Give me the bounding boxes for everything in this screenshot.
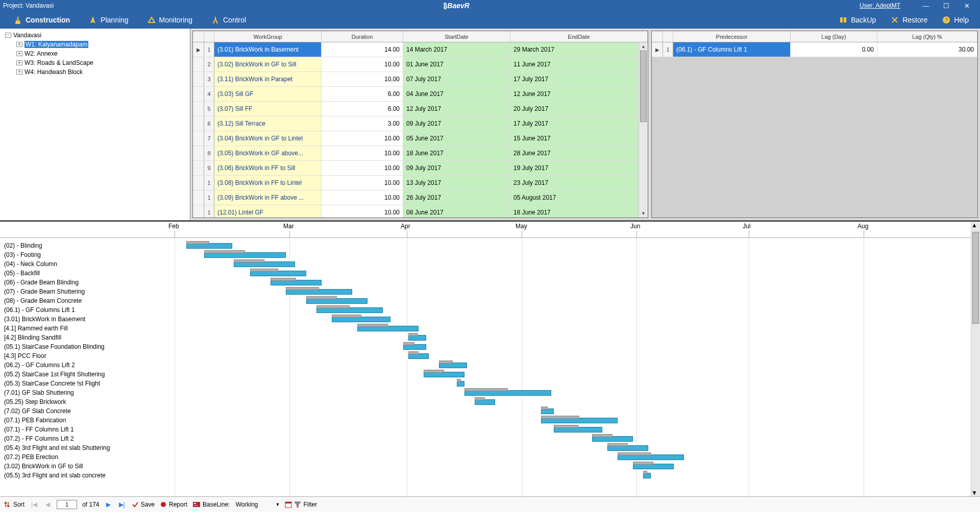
gantt-row[interactable]: (07.2) PEB Erection <box>0 453 971 463</box>
table-row[interactable]: 8(3.05) BrickWork in GF above...10.0018 … <box>193 146 648 161</box>
gantt-bar[interactable] <box>554 427 602 433</box>
report-button[interactable]: Report <box>160 501 187 508</box>
gantt-row[interactable]: [4.2] Blinding Sandfill <box>0 334 971 343</box>
sort-button[interactable]: Sort <box>4 501 24 508</box>
cell-enddate[interactable]: 05 August 2017 <box>510 190 639 205</box>
cell-workgroup[interactable]: (3.05) BrickWork in GF above... <box>214 146 322 160</box>
gantt-bar[interactable] <box>643 473 651 478</box>
scroll-up-icon[interactable]: ▲ <box>639 42 648 51</box>
gantt-bar[interactable] <box>408 353 429 359</box>
cell-workgroup[interactable]: (3.03) Sill GF <box>214 87 322 101</box>
cell-enddate[interactable]: 15 June 2017 <box>510 131 639 146</box>
cell-duration[interactable]: 10.00 <box>322 190 403 205</box>
cell-lagqty[interactable]: 30.00 <box>877 42 977 57</box>
tab-planning[interactable]: Planning <box>79 11 138 29</box>
gantt-row[interactable]: (3.01) BrickWork in Basement <box>0 316 971 325</box>
close-button[interactable]: ✕ <box>957 2 977 10</box>
cell-workgroup[interactable]: (3.11) BrickWork in Parapet <box>214 72 322 86</box>
filter-button[interactable]: Filter <box>285 501 317 508</box>
cell-enddate[interactable]: 17 July 2017 <box>510 72 639 86</box>
gantt-row[interactable]: (05.2) StairCase 1st Flight Shuttering <box>0 371 971 380</box>
table-row[interactable]: 1(3.08) BrickWork in FF to Lintel10.0013… <box>193 176 648 190</box>
cell-enddate[interactable]: 18 June 2017 <box>510 205 639 218</box>
cell-startdate[interactable]: 14 March 2017 <box>403 42 510 57</box>
maximize-button[interactable]: ☐ <box>936 2 957 10</box>
gantt-bar[interactable] <box>618 454 684 460</box>
gantt-row[interactable]: (7.02) GF Slab Concrete <box>0 407 971 417</box>
nav-next-button[interactable]: ▶ <box>105 501 112 508</box>
table-row[interactable]: 6(3.12) Sill Terrace3.0009 July 201717 J… <box>193 116 648 131</box>
cell-startdate[interactable]: 04 June 2017 <box>403 87 510 101</box>
minimize-button[interactable]: — <box>916 2 936 10</box>
gantt-scrollbar[interactable]: ▲ ▼ <box>971 222 980 496</box>
table-row[interactable]: 2(3.02) BrickWork in GF to Sill10.0001 J… <box>193 57 648 72</box>
cell-enddate[interactable]: 19 July 2017 <box>510 161 639 175</box>
gantt-bar[interactable] <box>271 280 322 285</box>
cell-startdate[interactable]: 09 July 2017 <box>403 161 510 175</box>
gantt-bar[interactable] <box>541 409 554 414</box>
gantt-bar[interactable] <box>633 464 674 469</box>
col-duration[interactable]: Duration <box>322 31 403 42</box>
cell-startdate[interactable]: 07 July 2017 <box>403 72 510 86</box>
col-startdate[interactable]: StartDate <box>403 31 510 42</box>
nav-last-button[interactable]: ▶| <box>117 501 127 508</box>
table-row[interactable]: 1(3.09) BrickWork in FF above ...10.0026… <box>193 190 648 205</box>
gantt-bar[interactable] <box>316 307 383 313</box>
gantt-row[interactable]: (05.25) Step Brickwork <box>0 398 971 407</box>
tree-item[interactable]: +W2: Annexe <box>2 49 188 58</box>
save-button[interactable]: Save <box>132 501 155 508</box>
gantt-row[interactable]: (3.02) BrickWork in GF to Sill <box>0 463 971 472</box>
col-lagqty[interactable]: Lag (Qty) % <box>877 31 977 42</box>
gantt-row[interactable]: (07.2) - FF Columns Lift 2 <box>0 435 971 444</box>
cell-duration[interactable]: 10.00 <box>322 205 403 218</box>
tree-item[interactable]: +W1: Kalyanamadapam <box>2 40 188 49</box>
backup-button[interactable]: BackUp <box>831 15 883 25</box>
cell-startdate[interactable]: 18 June 2017 <box>403 146 510 160</box>
tree-root[interactable]: −Vandavasi <box>2 31 188 40</box>
gantt-row[interactable]: (05.4) 3rd Flight and int slab Shutterin… <box>0 444 971 453</box>
cell-workgroup[interactable]: (3.09) BrickWork in FF above ... <box>214 190 322 205</box>
gantt-bar[interactable] <box>234 261 295 267</box>
cell-duration[interactable]: 10.00 <box>322 176 403 190</box>
cell-enddate[interactable]: 17 July 2017 <box>510 116 639 131</box>
expand-icon[interactable]: + <box>16 60 22 65</box>
gantt-row[interactable]: (06.2) - GF Columns Lift 2 <box>0 362 971 371</box>
scroll-down-icon[interactable]: ▼ <box>971 489 980 496</box>
collapse-icon[interactable]: − <box>5 33 11 38</box>
cell-startdate[interactable]: 01 June 2017 <box>403 57 510 71</box>
table-row[interactable]: ▶1(06.1) - GF Columns Lift 10.0030.00 <box>652 42 977 57</box>
scroll-thumb[interactable] <box>640 51 647 122</box>
cell-workgroup[interactable]: (12.01) Lintel GF <box>214 205 322 218</box>
tab-construction[interactable]: Construction <box>4 11 79 29</box>
cell-enddate[interactable]: 12 June 2017 <box>510 87 639 101</box>
cell-startdate[interactable]: 09 July 2017 <box>403 116 510 131</box>
gantt-bar[interactable] <box>357 326 419 331</box>
gantt-row[interactable]: [4.3] PCC Floor <box>0 352 971 362</box>
gantt-bar[interactable] <box>204 252 286 258</box>
table-row[interactable]: 9(3.06) BrickWork in FF to Sill10.0009 J… <box>193 161 648 176</box>
cell-workgroup[interactable]: (3.04) BrickWork in GF to Lintel <box>214 131 322 146</box>
cell-enddate[interactable]: 11 June 2017 <box>510 57 639 71</box>
grid-scrollbar[interactable]: ▲ ▼ <box>639 42 648 218</box>
tab-control[interactable]: Control <box>202 11 255 29</box>
gantt-row[interactable]: (06) - Grade Beam Blinding <box>0 279 971 288</box>
gantt-bar[interactable] <box>424 372 464 377</box>
gantt-row[interactable]: (05.1) StairCase Foundation Blinding <box>0 343 971 352</box>
table-row[interactable]: 4(3.03) Sill GF6.0004 June 201712 June 2… <box>193 87 648 102</box>
col-workgroup[interactable]: WorkGroup <box>214 31 322 42</box>
gantt-bar[interactable] <box>286 289 352 295</box>
col-predecessor[interactable]: Predecessor <box>673 31 791 42</box>
gantt-bar[interactable] <box>408 335 426 341</box>
gantt-row[interactable]: (03) - Footing <box>0 251 971 260</box>
col-lagday[interactable]: Lag (Day) <box>791 31 877 42</box>
table-row[interactable]: 3(3.11) BrickWork in Parapet10.0007 July… <box>193 72 648 87</box>
expand-icon[interactable]: + <box>16 69 22 75</box>
page-input[interactable] <box>57 500 77 509</box>
gantt-bar[interactable] <box>541 418 618 423</box>
gantt-bar[interactable] <box>250 271 306 276</box>
gantt-bar[interactable] <box>592 436 633 442</box>
restore-button[interactable]: Restore <box>883 15 935 25</box>
gantt-row[interactable]: (07) - Grade Beam Shuttering <box>0 288 971 297</box>
cell-duration[interactable]: 10.00 <box>322 161 403 175</box>
gantt-bar[interactable] <box>607 445 648 451</box>
